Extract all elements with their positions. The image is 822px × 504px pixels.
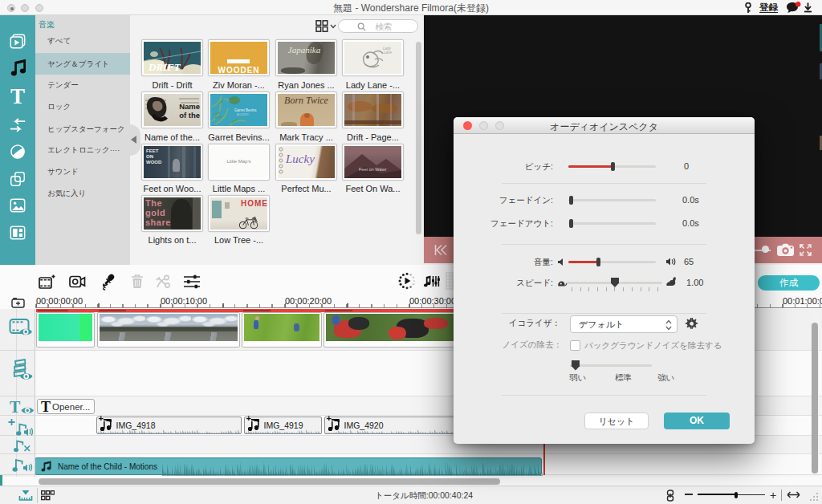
svg-text:Feet on Water: Feet on Water	[359, 167, 387, 172]
svg-text:Lane: Lane	[384, 51, 393, 55]
svg-text:T: T	[10, 399, 21, 416]
svg-text:Garret Bevins: Garret Bevins	[234, 108, 257, 112]
svg-text:ACOUSTIC: ACOUSTIC	[237, 113, 250, 116]
